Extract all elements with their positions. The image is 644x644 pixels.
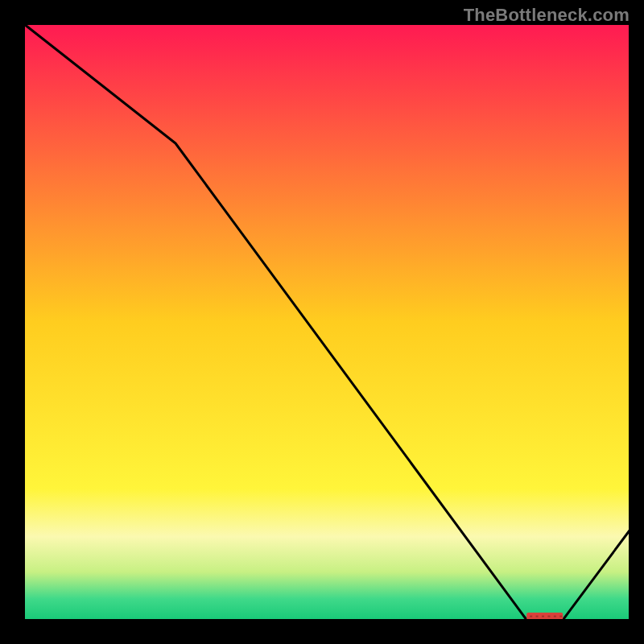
bottleneck-chart bbox=[0, 0, 644, 644]
plot-background bbox=[24, 24, 630, 620]
svg-rect-2 bbox=[536, 616, 539, 617]
svg-rect-1 bbox=[530, 616, 532, 617]
svg-rect-4 bbox=[547, 616, 550, 617]
chart-container: TheBottleneck.com bbox=[0, 0, 644, 644]
svg-rect-5 bbox=[554, 616, 556, 617]
svg-rect-3 bbox=[542, 616, 544, 617]
svg-rect-6 bbox=[559, 616, 562, 617]
